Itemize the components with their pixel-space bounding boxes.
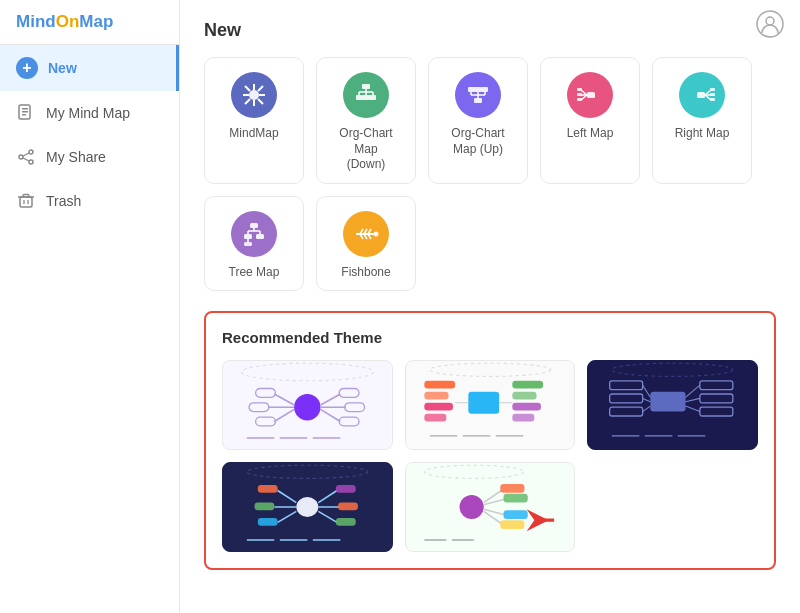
svg-rect-96 [424, 414, 446, 422]
map-type-grid: MindMap Org-Chart Map(Down) [204, 57, 776, 291]
svg-point-145 [459, 495, 483, 519]
theme-card-5[interactable] [405, 462, 576, 552]
sidebar-item-my-mind-map[interactable]: My Mind Map [0, 91, 179, 135]
svg-rect-153 [500, 521, 524, 530]
svg-rect-151 [503, 511, 527, 520]
svg-rect-64 [244, 242, 252, 246]
svg-rect-94 [424, 392, 448, 400]
svg-rect-30 [356, 95, 363, 100]
svg-rect-143 [407, 463, 572, 551]
sidebar-item-my-share[interactable]: My Share [0, 135, 179, 179]
right-map-label: Right Map [675, 126, 730, 142]
svg-point-15 [249, 90, 259, 100]
svg-point-14 [766, 17, 774, 25]
svg-line-22 [245, 99, 250, 104]
org-chart-down-icon [343, 72, 389, 118]
recommended-title: Recommended Theme [222, 329, 758, 346]
map-card-tree-map[interactable]: Tree Map [204, 196, 304, 292]
trash-icon [16, 191, 36, 211]
sidebar-item-my-mind-map-label: My Mind Map [46, 105, 130, 121]
svg-rect-9 [20, 197, 32, 207]
svg-rect-97 [468, 392, 499, 414]
left-map-icon [567, 72, 613, 118]
sidebar-item-trash[interactable]: Trash [0, 179, 179, 223]
svg-rect-93 [424, 381, 455, 389]
logo-text: MindOnMap [16, 12, 113, 32]
theme-card-2[interactable] [405, 360, 576, 450]
svg-rect-139 [336, 518, 356, 526]
svg-line-20 [245, 86, 250, 91]
svg-rect-53 [710, 88, 715, 91]
map-card-org-chart-down[interactable]: Org-Chart Map(Down) [316, 57, 416, 184]
svg-line-23 [258, 99, 263, 104]
org-chart-up-icon [455, 72, 501, 118]
map-card-right-map[interactable]: Right Map [652, 57, 752, 184]
svg-rect-3 [22, 114, 26, 116]
new-section-title: New [204, 20, 776, 41]
svg-rect-100 [512, 403, 541, 411]
svg-rect-131 [255, 503, 275, 511]
svg-point-6 [29, 160, 33, 164]
svg-rect-147 [500, 484, 524, 493]
svg-line-8 [23, 158, 29, 161]
tree-map-label: Tree Map [229, 265, 280, 281]
org-chart-down-label: Org-Chart Map(Down) [327, 126, 405, 173]
map-card-fishbone[interactable]: Fishbone [316, 196, 416, 292]
mindmap-icon [231, 72, 277, 118]
svg-rect-48 [577, 98, 582, 101]
svg-rect-31 [363, 95, 370, 100]
map-card-mindmap[interactable]: MindMap [204, 57, 304, 184]
svg-point-127 [296, 497, 318, 517]
svg-rect-2 [22, 111, 28, 113]
theme-grid [222, 360, 758, 552]
recommended-theme-section: Recommended Theme [204, 311, 776, 570]
tree-map-icon [231, 211, 277, 257]
svg-rect-46 [577, 88, 582, 91]
svg-point-72 [374, 231, 379, 236]
user-icon[interactable] [756, 10, 784, 42]
svg-rect-1 [22, 108, 28, 110]
svg-rect-149 [503, 494, 527, 503]
svg-rect-98 [512, 381, 543, 389]
svg-rect-99 [512, 392, 536, 400]
main-content: New MindMap [180, 0, 800, 613]
svg-rect-24 [362, 84, 370, 89]
sidebar-item-trash-label: Trash [46, 193, 81, 209]
svg-rect-42 [587, 92, 595, 98]
left-map-label: Left Map [567, 126, 614, 142]
svg-rect-35 [481, 87, 488, 92]
theme-card-3[interactable] [587, 360, 758, 450]
svg-rect-137 [338, 503, 358, 511]
mindmap-label: MindMap [229, 126, 278, 142]
theme-card-1[interactable] [222, 360, 393, 450]
new-icon: + [16, 57, 38, 79]
svg-rect-54 [710, 93, 715, 96]
fishbone-label: Fishbone [341, 265, 390, 281]
file-icon [16, 103, 36, 123]
svg-rect-34 [475, 87, 482, 92]
org-chart-up-label: Org-Chart Map (Up) [439, 126, 517, 157]
svg-rect-41 [474, 98, 482, 103]
theme-card-4[interactable] [222, 462, 393, 552]
svg-rect-49 [697, 92, 705, 98]
sidebar: MindOnMap + New My Mind Map M [0, 0, 180, 613]
svg-line-7 [23, 153, 29, 156]
svg-rect-129 [258, 485, 278, 493]
svg-rect-47 [577, 93, 582, 96]
svg-rect-135 [336, 485, 356, 493]
svg-rect-95 [424, 403, 453, 411]
svg-rect-33 [468, 87, 475, 92]
svg-point-13 [757, 11, 783, 37]
map-card-left-map[interactable]: Left Map [540, 57, 640, 184]
right-map-icon [679, 72, 725, 118]
sidebar-item-new-label: New [48, 60, 77, 76]
svg-point-75 [294, 394, 320, 420]
map-card-org-chart-up[interactable]: Org-Chart Map (Up) [428, 57, 528, 184]
svg-rect-101 [512, 414, 534, 422]
svg-line-21 [258, 86, 263, 91]
svg-rect-32 [369, 95, 376, 100]
svg-rect-109 [651, 392, 686, 412]
sidebar-item-new[interactable]: + New [0, 45, 179, 91]
svg-point-5 [19, 155, 23, 159]
svg-point-4 [29, 150, 33, 154]
